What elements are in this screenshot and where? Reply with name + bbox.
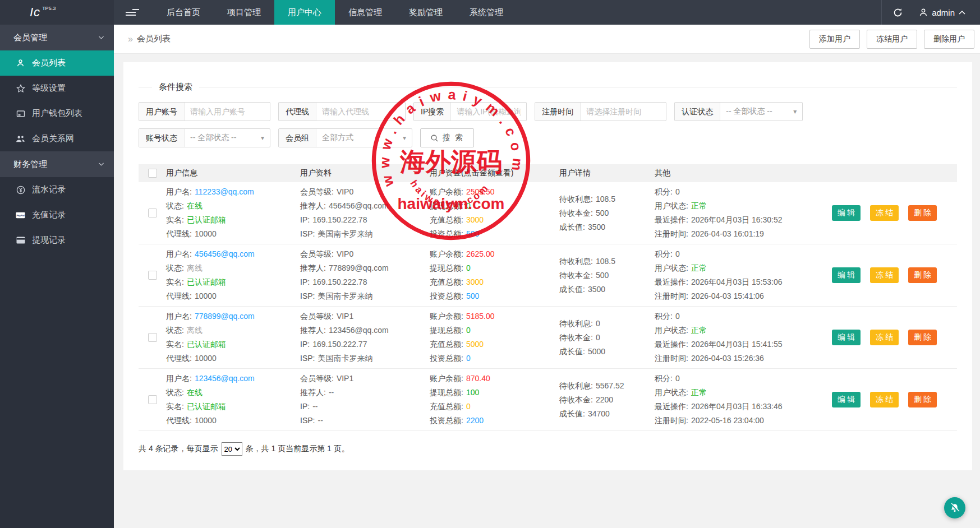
row-checkbox[interactable] <box>148 395 157 404</box>
register-time-input[interactable] <box>581 103 666 121</box>
username-link[interactable]: 456456@qq.com <box>195 249 255 258</box>
field-label: 待收本金: <box>559 333 593 342</box>
add-user-button[interactable]: 添加用户 <box>809 30 860 49</box>
pending-principal-value: 2200 <box>596 395 613 404</box>
caret-down-icon: ▾ <box>403 134 406 142</box>
sidebar-item-member-network[interactable]: 会员关系网 <box>0 126 114 151</box>
balance-link[interactable]: 870.40 <box>466 374 490 383</box>
field-label: IP: <box>300 215 310 224</box>
user-menu[interactable]: admin <box>913 0 980 25</box>
edit-button[interactable]: 编辑 <box>832 392 861 407</box>
nav-item-rewards[interactable]: 奖励管理 <box>395 0 456 25</box>
menu-toggle-icon[interactable] <box>118 0 143 25</box>
sidebar-group-finance[interactable]: 财务管理 <box>0 151 114 177</box>
cell-user-funds: 账户余额:2505.50 提现总额:0 充值总额:3000 投资总额:500 <box>430 185 559 241</box>
field-label: 代理线: <box>166 416 192 425</box>
sidebar-item-label: 等级设置 <box>32 83 66 94</box>
freeze-button[interactable]: 冻结 <box>870 267 899 283</box>
delete-button[interactable]: 删除 <box>908 330 937 345</box>
recharge-total-link[interactable]: 3000 <box>466 277 484 286</box>
nav-item-dashboard[interactable]: 后台首页 <box>153 0 214 25</box>
isp-value: 美国南卡罗来纳 <box>318 229 372 238</box>
search-button[interactable]: 搜 索 <box>420 128 474 147</box>
freeze-button[interactable]: 冻结 <box>870 330 899 345</box>
field-label: IP: <box>300 402 310 411</box>
edit-button[interactable]: 编辑 <box>832 330 861 345</box>
nav-item-projects[interactable]: 项目管理 <box>214 0 274 25</box>
recharge-total-link[interactable]: 0 <box>466 402 471 411</box>
freeze-button[interactable]: 冻结 <box>870 205 899 221</box>
nav-item-info[interactable]: 信息管理 <box>335 0 395 25</box>
withdraw-total-link[interactable]: 100 <box>466 388 479 397</box>
field-label: 待收利息: <box>559 194 593 203</box>
paypal-icon: PayPal <box>16 210 25 220</box>
edit-button[interactable]: 编辑 <box>832 267 861 283</box>
delete-user-button[interactable]: 删除用户 <box>924 30 974 49</box>
user-account-input[interactable] <box>185 103 270 121</box>
cell-user-info: 用户名:456456@qq.com 状态:离线 实名:已认证邮箱 代理线:100… <box>166 247 300 303</box>
invest-total-link[interactable]: 500 <box>466 229 479 238</box>
agent-line-input[interactable] <box>316 103 405 121</box>
notification-muted-button[interactable] <box>944 497 965 518</box>
invest-total-link[interactable]: 0 <box>466 354 471 363</box>
nav-item-system[interactable]: 系统管理 <box>456 0 517 25</box>
freeze-user-button[interactable]: 冻结用户 <box>867 30 917 49</box>
cell-other: 积分:0 用户状态:正常 最近操作:2026年04月03日 15:53:06 注… <box>655 247 829 303</box>
sidebar-item-transaction-log[interactable]: 流水记录 <box>0 177 114 202</box>
username-link[interactable]: 778899@qq.com <box>195 312 255 321</box>
select-all-checkbox[interactable] <box>148 169 157 178</box>
sidebar-item-withdraw-log[interactable]: 提现记录 <box>0 228 114 253</box>
field-label: 充值总额: <box>430 340 463 349</box>
field-label: 实名: <box>166 402 184 411</box>
nav-item-user-center[interactable]: 用户中心 <box>274 0 335 25</box>
invest-total-link[interactable]: 2200 <box>466 416 484 425</box>
realname-value: 已认证邮箱 <box>187 340 226 349</box>
sidebar-item-level-settings[interactable]: 等级设置 <box>0 76 114 101</box>
filter-row-2: 账号状态 -- 全部状态 -- ▾ 会员组 全部方式 ▾ 搜 索 <box>139 128 957 147</box>
invest-total-link[interactable]: 500 <box>466 291 479 300</box>
field-label: 会员等级: <box>300 249 334 258</box>
sidebar-item-member-list[interactable]: 会员列表 <box>0 50 114 76</box>
filter-label: 会员组 <box>279 129 316 147</box>
withdraw-total-link[interactable]: 0 <box>466 201 471 210</box>
field-label: 待收利息: <box>559 381 593 390</box>
withdraw-total-link[interactable]: 0 <box>466 326 471 335</box>
isp-value: 美国南卡罗来纳 <box>318 291 372 300</box>
cell-other: 积分:0 用户状态:正常 最近操作:2026年04月03日 16:30:52 注… <box>655 185 829 241</box>
ip-search-input[interactable] <box>451 103 526 121</box>
username-link[interactable]: 112233@qq.com <box>195 187 254 196</box>
username-link[interactable]: 123456@qq.com <box>195 374 255 383</box>
balance-link[interactable]: 5185.00 <box>466 312 495 321</box>
edit-button[interactable]: 编辑 <box>832 205 861 221</box>
points-value: 0 <box>675 187 680 196</box>
sidebar-group-member[interactable]: 会员管理 <box>0 25 114 50</box>
account-status-select[interactable]: -- 全部状态 -- ▾ <box>185 129 270 147</box>
freeze-button[interactable]: 冻结 <box>870 392 899 407</box>
refresh-icon[interactable] <box>882 0 913 25</box>
table-row: 用户名:112233@qq.com 状态:在线 实名:已认证邮箱 代理线:100… <box>139 182 957 244</box>
row-checkbox[interactable] <box>148 209 157 217</box>
points-value: 0 <box>675 249 680 258</box>
sidebar-item-recharge-log[interactable]: PayPal 充值记录 <box>0 202 114 228</box>
search-panel-title: 条件搜索 <box>152 82 199 92</box>
balance-link[interactable]: 2505.50 <box>466 187 495 196</box>
row-checkbox[interactable] <box>148 333 157 342</box>
referrer-value: 778899@qq.com <box>329 263 389 272</box>
pending-principal-value: 500 <box>596 209 609 217</box>
recharge-total-link[interactable]: 3000 <box>466 215 484 224</box>
auth-status-select[interactable]: -- 全部状态 -- ▾ <box>720 103 802 121</box>
field-label: 账户余额: <box>430 187 463 196</box>
member-group-select[interactable]: 全部方式 ▾ <box>316 129 412 147</box>
balance-link[interactable]: 2625.00 <box>466 249 495 258</box>
withdraw-total-link[interactable]: 0 <box>466 263 471 272</box>
sidebar-item-user-wallets[interactable]: 用户钱包列表 <box>0 101 114 126</box>
page-size-select[interactable]: 20 <box>222 442 242 456</box>
delete-button[interactable]: 删除 <box>908 267 937 283</box>
delete-button[interactable]: 删除 <box>908 205 937 221</box>
recharge-total-link[interactable]: 5000 <box>466 340 484 349</box>
delete-button[interactable]: 删除 <box>908 392 937 407</box>
row-checkbox[interactable] <box>148 271 157 280</box>
yen-circle-icon <box>16 185 25 194</box>
field-label: 提现总额: <box>430 388 463 397</box>
isp-value: 美国南卡罗来纳 <box>318 354 372 363</box>
